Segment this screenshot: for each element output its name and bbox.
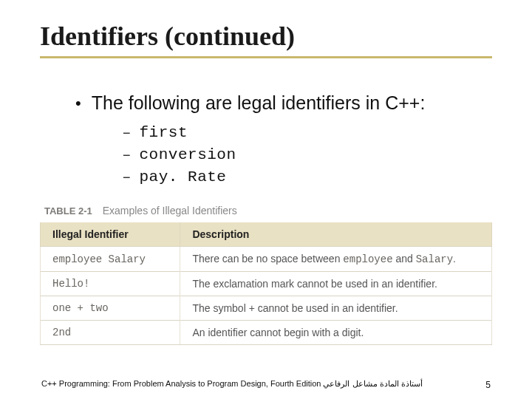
cell-identifier: 2nd	[41, 321, 180, 345]
table-row: Hello! The exclamation mark cannot be us…	[41, 272, 492, 296]
cell-identifier: one + two	[41, 296, 180, 321]
dash-icon: −	[123, 122, 131, 144]
footer: C++ Programming: From Problem Analysis t…	[41, 378, 491, 390]
sub-bullet-list: − first − conversion − pay. Rate	[123, 122, 492, 188]
cell-description: An identifier cannot begin with a digit.	[180, 321, 492, 345]
code-text: first	[140, 122, 188, 144]
bullet-1-text: The following are legal identifiers in C…	[92, 92, 426, 114]
sub-bullet: − conversion	[123, 144, 492, 166]
footer-text: C++ Programming: From Problem Analysis t…	[41, 378, 423, 389]
table-caption: TABLE 2-1 Examples of Illegal Identifier…	[44, 205, 492, 216]
bullet-dot-icon: •	[75, 92, 81, 115]
dash-icon: −	[123, 144, 131, 166]
slide: Identifiers (continued) • The following …	[0, 0, 532, 399]
table-caption-text: Examples of Illegal Identifiers	[103, 205, 237, 216]
code-text: conversion	[140, 144, 236, 166]
page-number: 5	[485, 380, 491, 390]
page-title: Identifiers (continued)	[40, 21, 492, 52]
table-row: 2nd An identifier cannot begin with a di…	[41, 321, 492, 345]
col-header-description: Description	[180, 222, 492, 247]
col-header-identifier: Illegal Identifier	[41, 222, 180, 247]
table-row: one + two The symbol + cannot be used in…	[41, 296, 492, 321]
sub-bullet: − pay. Rate	[123, 166, 492, 188]
table-block: TABLE 2-1 Examples of Illegal Identifier…	[40, 205, 492, 345]
illegal-identifiers-table: Illegal Identifier Description employee …	[40, 222, 492, 345]
bullet-level-1: • The following are legal identifiers in…	[75, 92, 492, 115]
table-row: employee Salary There can be no space be…	[41, 247, 492, 272]
cell-description: There can be no space between employee a…	[180, 247, 492, 272]
cell-identifier: Hello!	[41, 272, 180, 296]
sub-bullet: − first	[123, 122, 492, 144]
code-text: pay. Rate	[140, 166, 227, 188]
cell-identifier: employee Salary	[41, 247, 180, 272]
cell-description: The exclamation mark cannot be used in a…	[180, 272, 492, 296]
table-caption-label: TABLE 2-1	[44, 205, 92, 216]
cell-description: The symbol + cannot be used in an identi…	[180, 296, 492, 321]
title-rule	[40, 56, 492, 58]
dash-icon: −	[123, 166, 131, 188]
